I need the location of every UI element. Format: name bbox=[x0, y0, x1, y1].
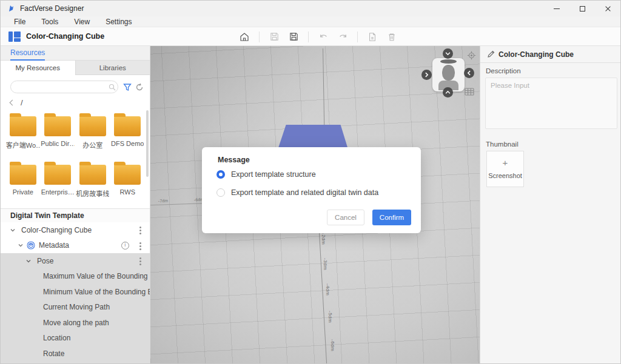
save-icon[interactable] bbox=[267, 30, 281, 44]
folder-item[interactable]: DFS Demo bbox=[110, 110, 146, 154]
toolbar-icons bbox=[235, 27, 401, 46]
close-icon bbox=[605, 5, 611, 12]
tree-leaf-item[interactable]: Move along the path bbox=[1, 315, 150, 331]
folder-item[interactable]: Private bbox=[5, 159, 41, 202]
folder-icon bbox=[79, 165, 106, 185]
tree-leaf-label: Move along the path bbox=[43, 319, 109, 327]
resources-tab-row: Resources bbox=[1, 46, 150, 61]
app-logo-icon bbox=[8, 5, 15, 13]
folder-icon bbox=[79, 116, 106, 136]
menu-tools[interactable]: Tools bbox=[41, 18, 58, 26]
rotate-left-button[interactable] bbox=[421, 70, 432, 80]
tree-leaf-label: Current Moving Path bbox=[43, 303, 110, 311]
folder-item[interactable]: 客户端Wo… bbox=[5, 110, 41, 154]
more-options-icon[interactable] bbox=[139, 257, 141, 259]
tree-node-root[interactable]: Color-Changing Cube bbox=[1, 222, 150, 238]
menu-settings[interactable]: Settings bbox=[106, 18, 132, 26]
tab-my-resources[interactable]: My Resources bbox=[1, 61, 75, 75]
tab-resources[interactable]: Resources bbox=[10, 48, 45, 61]
tree-leaf-item[interactable]: Maximum Value of the Bounding Box bbox=[1, 269, 150, 285]
resources-panel: Resources My Resources Libraries / bbox=[1, 46, 150, 364]
tree-node-label: Pose bbox=[37, 257, 53, 265]
menu-view[interactable]: View bbox=[74, 18, 90, 26]
delete-icon[interactable] bbox=[385, 30, 398, 44]
project-title: Color-Changing Cube bbox=[26, 32, 104, 41]
chevron-down-icon[interactable] bbox=[10, 228, 15, 233]
view-cube[interactable] bbox=[432, 58, 465, 91]
option-export-with-twin-data[interactable]: Export template and related digital twin… bbox=[217, 188, 378, 197]
grid-view-icon[interactable] bbox=[465, 88, 474, 96]
properties-title: Color-Changing Cube bbox=[498, 50, 574, 59]
breadcrumb: / bbox=[1, 97, 23, 108]
tree-node-pose[interactable]: Pose bbox=[1, 253, 150, 269]
chevron-down-icon[interactable] bbox=[26, 259, 31, 263]
z-axis-tick-label: -4dm bbox=[325, 283, 331, 296]
refresh-icon[interactable] bbox=[135, 83, 144, 91]
locate-target-icon[interactable] bbox=[467, 51, 476, 60]
tab-libraries[interactable]: Libraries bbox=[75, 61, 150, 75]
chevron-down-icon[interactable] bbox=[18, 243, 23, 248]
menu-bar: File Tools View Settings bbox=[1, 16, 620, 27]
z-axis-tick-label: -5dm bbox=[327, 311, 333, 323]
cancel-button[interactable]: Cancel bbox=[327, 210, 364, 225]
toolbar-separator bbox=[308, 31, 309, 42]
filter-icon[interactable] bbox=[123, 83, 132, 91]
plus-icon: + bbox=[503, 159, 508, 167]
folder-item[interactable]: 机房故事线 bbox=[75, 159, 110, 202]
description-input[interactable] bbox=[485, 78, 617, 129]
folder-label: 客户端Wo… bbox=[6, 140, 40, 150]
rotate-down-button[interactable] bbox=[443, 87, 453, 98]
minimize-button[interactable] bbox=[544, 1, 569, 16]
folder-item[interactable]: Enterpris… bbox=[41, 159, 76, 202]
export-document-icon[interactable] bbox=[366, 30, 379, 44]
option-export-structure[interactable]: Export template structure bbox=[217, 170, 316, 179]
screenshot-button[interactable]: + Screenshot bbox=[486, 151, 524, 187]
back-chevron-icon[interactable] bbox=[10, 99, 16, 105]
search-icon bbox=[109, 84, 116, 91]
search-row bbox=[1, 75, 150, 96]
confirm-button[interactable]: Confirm bbox=[372, 210, 411, 225]
z-axis-tick-label: -3dm bbox=[323, 258, 328, 270]
close-button[interactable] bbox=[595, 1, 620, 16]
window-title: FactVerse Designer bbox=[20, 4, 84, 13]
undo-icon[interactable] bbox=[317, 30, 330, 44]
folder-item[interactable]: 办公室 bbox=[75, 110, 110, 154]
option-label: Export template structure bbox=[231, 170, 316, 179]
maximize-button[interactable] bbox=[569, 1, 595, 16]
tree-leaf-item[interactable]: Location bbox=[1, 331, 150, 346]
tree-leaf-item[interactable]: Minimum Value of the Bounding Box bbox=[1, 284, 150, 300]
more-options-icon[interactable] bbox=[139, 227, 141, 228]
rotate-right-button[interactable] bbox=[464, 68, 474, 78]
tree-node-metadata[interactable]: Metadata bbox=[1, 238, 150, 254]
breadcrumb-path[interactable]: / bbox=[21, 98, 23, 107]
search-input[interactable] bbox=[10, 81, 118, 93]
radio-button[interactable] bbox=[217, 188, 225, 197]
folder-grid: 客户端Wo… Public Dir… 办公室 DFS Demo Private … bbox=[5, 110, 145, 202]
folder-item[interactable]: RWS bbox=[110, 159, 146, 202]
resources-subtabs: My Resources Libraries bbox=[1, 61, 150, 75]
panel-scrollbar[interactable] bbox=[146, 110, 149, 177]
template-tree: Color-Changing Cube Metadata Pose Maximu… bbox=[1, 222, 150, 364]
toolbar-separator bbox=[357, 31, 358, 42]
radio-button[interactable] bbox=[217, 170, 225, 179]
tree-leaf-item[interactable]: Current Moving Path bbox=[1, 300, 150, 316]
folder-label: RWS bbox=[120, 188, 135, 196]
folder-icon bbox=[44, 165, 71, 185]
rotate-up-button[interactable] bbox=[443, 48, 453, 59]
menu-file[interactable]: File bbox=[14, 18, 25, 26]
info-icon[interactable] bbox=[121, 242, 129, 250]
edit-pencil-icon[interactable] bbox=[487, 50, 495, 58]
more-options-icon[interactable] bbox=[139, 242, 141, 244]
home-icon[interactable] bbox=[238, 30, 251, 44]
tree-selection-fill bbox=[1, 362, 150, 364]
save-all-icon[interactable] bbox=[287, 30, 300, 44]
tree-node-label: Metadata bbox=[39, 241, 69, 250]
folder-item[interactable]: Public Dir… bbox=[41, 110, 76, 154]
dialog-title: Message bbox=[218, 156, 250, 164]
tree-leaf-label: Minimum Value of the Bounding Box bbox=[43, 288, 150, 296]
title-bar: FactVerse Designer bbox=[1, 1, 620, 16]
properties-panel: Color-Changing Cube Description Thumbnai… bbox=[480, 46, 621, 364]
redo-icon[interactable] bbox=[336, 30, 349, 44]
tree-leaf-item[interactable]: Rotate bbox=[1, 346, 150, 362]
folder-icon bbox=[44, 116, 71, 136]
